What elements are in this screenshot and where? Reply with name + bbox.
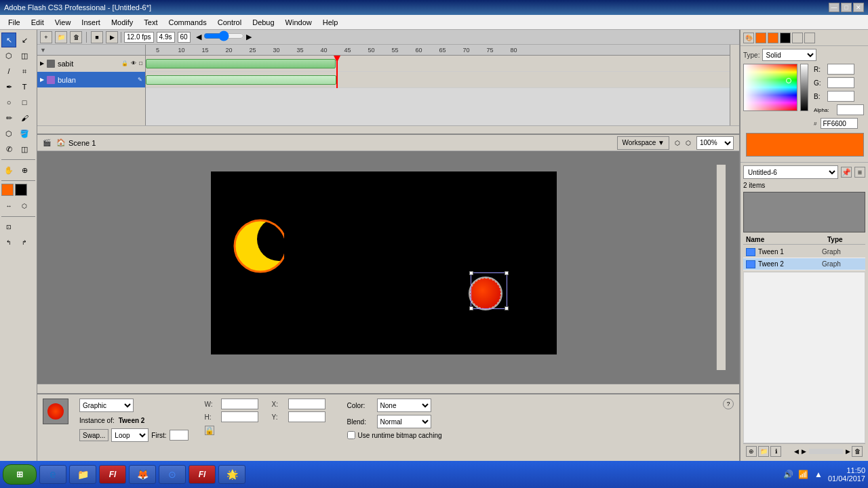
menu-file[interactable]: File [3,17,26,28]
taskbar-folder-btn[interactable]: 📁 [69,465,96,484]
color-mixer-btn[interactable] [804,33,815,43]
help-btn[interactable]: ? [723,399,734,409]
loop-dropdown[interactable]: Loop Play Once Single Frame [111,428,149,442]
layer-sabit[interactable]: ▶ sabit 🔒 👁 □ [37,56,145,72]
lasso-tool[interactable]: ⌗ [17,64,32,79]
pen-tool[interactable]: ✒ [1,79,16,94]
alpha-input[interactable]: 100% [837,104,864,115]
stop-btn[interactable]: ■ [91,31,103,43]
timeline-hscrollbar[interactable] [37,125,739,134]
smooth-btn[interactable]: ↰ [1,235,16,250]
red-circle[interactable] [469,277,502,310]
instance-type-dropdown[interactable]: Graphic Movie Clip Button [79,399,134,412]
time-display[interactable]: 4.9s [157,32,175,43]
taskbar-flash-btn[interactable]: Fl [99,465,126,484]
menu-edit[interactable]: Edit [26,17,50,28]
menu-view[interactable]: View [50,17,77,28]
gradient-tool[interactable]: ◫ [17,48,32,63]
stage-clip-icon[interactable]: ⬡ [686,140,691,146]
h-input[interactable]: 53.2 [221,411,258,422]
menu-debug[interactable]: Debug [247,17,279,28]
new-folder-btn[interactable]: 📁 [55,31,67,43]
taskbar-extra-btn[interactable]: 🌟 [218,465,245,484]
delete-layer-btn[interactable]: 🗑 [70,31,82,43]
new-symbol-btn[interactable]: ⊕ [746,446,757,457]
layer-bulan[interactable]: ▶ bulan ✎ [37,72,145,88]
g-input[interactable]: 102 [827,77,854,88]
lib-scrollbar[interactable] [809,449,843,454]
timeline-vscrollbar[interactable] [730,45,739,125]
x-input[interactable]: 477.3 [288,399,326,409]
blend-dropdown[interactable]: Normal Layer Multiply [377,415,431,428]
oval-tool[interactable]: ○ [1,95,16,110]
playback-slider[interactable]: ◀ ▶ [196,33,252,41]
fill-color-black[interactable] [780,33,791,43]
col-name-header[interactable]: Name [743,235,825,244]
eyedropper-tool[interactable]: ✆ [1,142,16,157]
menu-help[interactable]: Help [317,17,344,28]
taskbar-chrome-btn[interactable]: ⊙ [159,465,186,484]
line-tool[interactable]: / [1,64,16,79]
color-panel-icon[interactable]: 🎨 [743,33,754,43]
r-input[interactable]: 255 [827,64,854,75]
play-btn[interactable]: ▶ [106,31,118,43]
track-bulan[interactable] [146,72,730,88]
stroke-color-swatch[interactable] [1,184,14,196]
menu-insert[interactable]: Insert [76,17,106,28]
color-settings-btn[interactable] [792,33,803,43]
minimize-btn[interactable]: — [829,3,840,12]
systray-speaker[interactable]: 🔊 [783,469,794,480]
track-sabit[interactable] [146,56,730,72]
hand-tool[interactable]: ✋ [1,163,16,178]
systray-network[interactable]: 📶 [798,469,809,480]
taskbar-flash2-btn[interactable]: Fl [189,465,216,484]
default-colors-btn[interactable]: ⬡ [17,199,32,214]
col-type-header[interactable]: Type [825,235,865,244]
straighten-btn[interactable]: ↱ [17,235,32,250]
stage-fit-icon[interactable]: ⬡ [675,140,680,146]
brightness-bar[interactable] [800,64,808,111]
workspace-btn[interactable]: Workspace ▼ [617,136,669,150]
stage-hscrollbar[interactable] [37,384,739,393]
first-input[interactable]: 1 [170,430,189,441]
swap-colors-btn[interactable]: ↔ [1,199,16,214]
fps-display[interactable]: 12.0 fps [124,32,154,43]
delete-item-btn[interactable]: 🗑 [852,446,863,457]
subselect-tool[interactable]: ↙ [17,33,32,47]
menu-control[interactable]: Control [212,17,247,28]
zoom-tool[interactable]: ⊕ [17,163,32,178]
menu-commands[interactable]: Commands [163,17,212,28]
library-menu-btn[interactable]: ≡ [854,167,865,178]
ink-bottle-tool[interactable]: ⬡ [1,126,16,141]
arrow-tool[interactable]: ↖ [1,33,16,47]
w-input[interactable]: 56.8 [221,399,258,409]
stage-vscrollbar[interactable] [716,165,726,370]
library-item-0[interactable]: Tween 1 Graph [743,246,865,258]
fill-color-swatch[interactable] [15,184,27,196]
start-button[interactable]: ⊞ [3,464,37,485]
menu-text[interactable]: Text [138,17,163,28]
color-dropdown[interactable]: None Brightness Tint Alpha Advanced [377,399,431,412]
menu-window[interactable]: Window [280,17,317,28]
paint-bucket-tool[interactable]: 🪣 [17,126,32,141]
bitmap-cache-checkbox[interactable] [347,431,355,439]
taskbar-ie-btn[interactable]: e [39,465,66,484]
menu-modify[interactable]: Modify [106,17,138,28]
hex-input[interactable] [821,118,858,129]
new-layer-btn[interactable]: + [40,31,52,43]
taskbar-firefox-btn[interactable]: 🦊 [129,465,156,484]
new-folder-lib-btn[interactable]: 📁 [758,446,769,457]
color-type-dropdown[interactable]: Solid Linear Radial Bitmap [762,49,816,61]
library-pin-btn[interactable]: 📌 [841,167,852,178]
systray-arrow[interactable]: ▲ [813,469,824,480]
text-tool[interactable]: T [17,79,32,94]
eraser-tool[interactable]: ◫ [17,142,32,157]
pencil-tool[interactable]: ✏ [1,110,16,125]
color-spectrum[interactable] [743,64,797,111]
rect-tool[interactable]: □ [17,95,32,110]
free-transform-tool[interactable]: ⬡ [1,48,16,63]
stroke-color-panel[interactable] [755,33,766,43]
fill-color-panel[interactable] [768,33,778,43]
brush-tool[interactable]: 🖌 [17,110,32,125]
library-item-1[interactable]: Tween 2 Graph [743,258,865,270]
